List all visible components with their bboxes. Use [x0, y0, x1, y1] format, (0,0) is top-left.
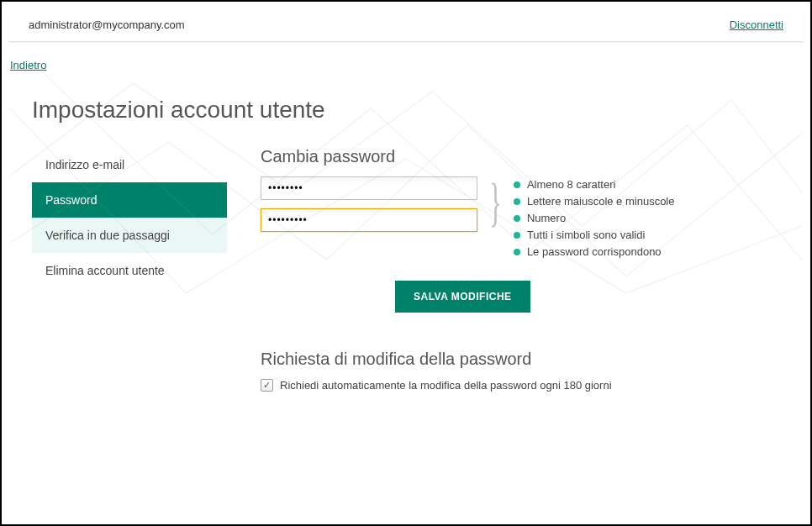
rule-item: Tutti i simboli sono validi [514, 227, 675, 244]
confirm-password-input[interactable] [261, 208, 477, 232]
auto-request-checkbox[interactable] [261, 379, 273, 392]
change-password-title: Cambia password [261, 147, 780, 166]
page-title: Impostazioni account utente [32, 97, 780, 124]
auto-request-label: Richiedi automaticamente la modifica del… [280, 379, 612, 392]
new-password-input[interactable] [261, 176, 477, 200]
save-button[interactable]: SALVA MODIFICHE [395, 281, 530, 313]
brace-icon: } [489, 175, 502, 229]
sidebar-item-delete[interactable]: Elimina account utente [32, 253, 227, 288]
sidebar: Indirizzo e-mail Password Verifica in du… [32, 147, 227, 288]
user-email: administrator@mycompany.com [29, 18, 185, 31]
rule-item: Almeno 8 caratteri [514, 176, 675, 193]
header: administrator@mycompany.com Disconnetti [8, 8, 804, 42]
sidebar-item-password[interactable]: Password [32, 182, 227, 218]
back-link[interactable]: Indietro [10, 59, 46, 71]
rule-item: Numero [514, 210, 675, 227]
password-rules: Almeno 8 caratteri Lettere maiuscole e m… [514, 176, 675, 260]
request-change-title: Richiesta di modifica della password [261, 350, 780, 369]
sidebar-item-email[interactable]: Indirizzo e-mail [32, 147, 227, 182]
main-panel: Cambia password } Almeno 8 caratteri Let… [261, 147, 780, 392]
content: Impostazioni account utente Indirizzo e-… [10, 75, 802, 408]
rule-item: Le password corrispondono [514, 244, 675, 260]
logout-link[interactable]: Disconnetti [730, 18, 783, 31]
rule-item: Lettere maiuscole e minuscole [514, 193, 675, 210]
sidebar-item-2fa[interactable]: Verifica in due passaggi [32, 218, 227, 253]
